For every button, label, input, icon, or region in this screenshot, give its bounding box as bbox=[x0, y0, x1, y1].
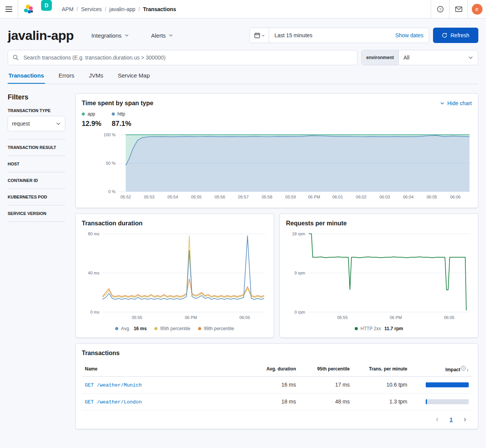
transaction-duration-card: Transaction duration 0 ms40 ms80 ms05:55… bbox=[75, 213, 274, 338]
transactions-table: Name Avg. duration 95th percentile Trans… bbox=[82, 362, 472, 410]
chevron-down-icon bbox=[261, 34, 265, 37]
span-type-chart[interactable]: 0 %50 %100 %05:5205:5305:5405:5505:5605:… bbox=[82, 132, 472, 202]
svg-text:06:04: 06:04 bbox=[403, 195, 414, 199]
svg-text:0 %: 0 % bbox=[108, 189, 116, 194]
top-bar: D APM / Services / javalin-app / Transac… bbox=[0, 0, 486, 18]
filter-kubernetes-pod[interactable]: KUBERNETES POD bbox=[8, 188, 65, 205]
pagination: 1 bbox=[82, 417, 472, 423]
refresh-button[interactable]: Refresh bbox=[433, 28, 478, 43]
legend-http-2xx[interactable]: HTTP 2xx11.7 rpm bbox=[355, 326, 403, 331]
avatar: e bbox=[472, 4, 483, 15]
space-switcher[interactable]: D bbox=[41, 0, 52, 11]
legend-95th-percentile[interactable]: 95th percentile bbox=[154, 326, 190, 331]
svg-text:18 rpm: 18 rpm bbox=[292, 231, 305, 236]
breadcrumb-current: Transactions bbox=[143, 6, 176, 12]
calendar-icon[interactable] bbox=[250, 28, 269, 43]
chevron-down-icon bbox=[468, 55, 473, 60]
avg-duration-value: 18 ms bbox=[249, 393, 299, 410]
filter-container-id[interactable]: CONTAINER ID bbox=[8, 172, 65, 188]
column-header-name[interactable]: Name bbox=[82, 362, 249, 376]
svg-text:05:57: 05:57 bbox=[238, 195, 249, 199]
breadcrumb-apm[interactable]: APM bbox=[62, 6, 73, 12]
transaction-link[interactable]: GET /weather/London bbox=[85, 399, 142, 405]
svg-text:?: ? bbox=[439, 7, 441, 11]
p99-series-dot bbox=[198, 327, 201, 330]
legend-app[interactable]: app bbox=[82, 111, 112, 117]
svg-text:06:05: 06:05 bbox=[444, 315, 455, 320]
next-page-icon[interactable] bbox=[460, 417, 469, 422]
svg-text:06 PM: 06 PM bbox=[390, 315, 402, 320]
date-range-display[interactable]: Last 15 minutes Show dates bbox=[269, 28, 429, 43]
svg-text:80 ms: 80 ms bbox=[88, 231, 99, 236]
filters-sidebar: Filters TRANSACTION TYPE request TRANSAC… bbox=[8, 93, 65, 429]
svg-text:05:58: 05:58 bbox=[262, 195, 273, 199]
integrations-menu[interactable]: Integrations bbox=[91, 32, 129, 39]
tab-jvms[interactable]: JVMs bbox=[88, 68, 104, 84]
legend-99th-percentile[interactable]: 99th percentile bbox=[198, 326, 234, 331]
svg-text:06:02: 06:02 bbox=[356, 195, 367, 199]
previous-page-icon[interactable] bbox=[433, 417, 442, 422]
page-number[interactable]: 1 bbox=[450, 417, 453, 423]
transactions-card: Transactions Name Avg. duration 95th per… bbox=[75, 343, 478, 429]
impact-bar bbox=[426, 382, 469, 387]
tab-service-map[interactable]: Service Map bbox=[117, 68, 150, 84]
tab-transactions[interactable]: Transactions bbox=[8, 68, 45, 84]
filter-host[interactable]: HOST bbox=[8, 155, 65, 172]
svg-text:05:54: 05:54 bbox=[167, 195, 178, 199]
svg-text:06:06: 06:06 bbox=[450, 195, 461, 199]
alerts-menu[interactable]: Alerts bbox=[151, 32, 173, 39]
requests-per-minute-card: Requests per minute 0 rpm9 rpm18 rpm05:5… bbox=[279, 213, 478, 338]
svg-text:06 PM: 06 PM bbox=[308, 195, 320, 199]
user-menu[interactable]: e bbox=[468, 0, 486, 18]
legend-avg[interactable]: Avg.16 ms bbox=[115, 326, 147, 331]
filters-heading: Filters bbox=[8, 93, 65, 101]
svg-text:06:03: 06:03 bbox=[379, 195, 390, 199]
environment-select[interactable]: All bbox=[399, 50, 478, 65]
svg-text:50 %: 50 % bbox=[106, 161, 116, 165]
app-percentage: 12.9% bbox=[82, 120, 112, 128]
legend-http[interactable]: http bbox=[112, 111, 142, 117]
impact-help-icon[interactable]: ? bbox=[461, 366, 466, 370]
filter-transaction-result[interactable]: TRANSACTION RESULT bbox=[8, 139, 65, 155]
chevron-down-icon bbox=[440, 101, 445, 106]
tpm-value: 10.6 tpm bbox=[353, 376, 410, 393]
search-input[interactable] bbox=[8, 50, 357, 65]
column-header-95th-percentile[interactable]: 95th percentile bbox=[299, 362, 353, 376]
column-header-impact[interactable]: Impact?↓ bbox=[410, 362, 472, 376]
environment-filter: environment All bbox=[361, 50, 478, 65]
hide-chart-link[interactable]: Hide chart bbox=[440, 100, 472, 106]
svg-text:05:55: 05:55 bbox=[191, 195, 202, 199]
transaction-type-label: TRANSACTION TYPE bbox=[8, 108, 65, 113]
transaction-duration-chart[interactable]: 0 ms40 ms80 ms05:5506 PM06:05 bbox=[82, 231, 268, 322]
svg-text:9 rpm: 9 rpm bbox=[294, 271, 305, 275]
column-header-avg-duration[interactable]: Avg. duration bbox=[249, 362, 299, 376]
hamburger-menu-icon[interactable] bbox=[0, 0, 18, 18]
http-percentage: 87.1% bbox=[112, 120, 142, 128]
svg-text:05:55: 05:55 bbox=[337, 315, 348, 320]
mail-icon[interactable] bbox=[449, 0, 468, 18]
p95-series-dot bbox=[154, 327, 157, 330]
elastic-logo[interactable] bbox=[18, 0, 37, 18]
svg-text:05:52: 05:52 bbox=[121, 195, 131, 199]
page-title: javalin-app bbox=[8, 28, 74, 43]
table-row: GET /weather/London 18 ms 48 ms 1.3 tpm bbox=[82, 393, 472, 410]
help-icon[interactable]: ? bbox=[431, 0, 449, 18]
http-2xx-series-dot bbox=[355, 327, 358, 330]
duration-legend: Avg.16 ms 95th percentile 99th percentil… bbox=[82, 326, 268, 331]
transaction-type-select[interactable]: request bbox=[8, 116, 65, 131]
breadcrumb-service-name[interactable]: javalin-app bbox=[109, 6, 136, 12]
chevron-down-icon bbox=[56, 121, 61, 126]
show-dates-link[interactable]: Show dates bbox=[395, 32, 423, 38]
breadcrumb-services[interactable]: Services bbox=[81, 6, 102, 12]
breadcrumb-separator: / bbox=[105, 6, 106, 12]
svg-text:0 rpm: 0 rpm bbox=[294, 310, 305, 314]
transactions-title: Transactions bbox=[82, 350, 472, 357]
filter-service-version[interactable]: SERVICE VERSION bbox=[8, 205, 65, 222]
column-header-trans-per-minute[interactable]: Trans. per minute bbox=[353, 362, 410, 376]
avg-duration-value: 16 ms bbox=[249, 376, 299, 393]
svg-text:06:05: 06:05 bbox=[240, 315, 250, 320]
requests-per-minute-chart[interactable]: 0 rpm9 rpm18 rpm05:5506 PM06:05 bbox=[286, 231, 472, 322]
svg-text:06 PM: 06 PM bbox=[185, 315, 197, 320]
tab-errors[interactable]: Errors bbox=[58, 68, 75, 84]
transaction-link[interactable]: GET /weather/Munich bbox=[85, 382, 142, 388]
